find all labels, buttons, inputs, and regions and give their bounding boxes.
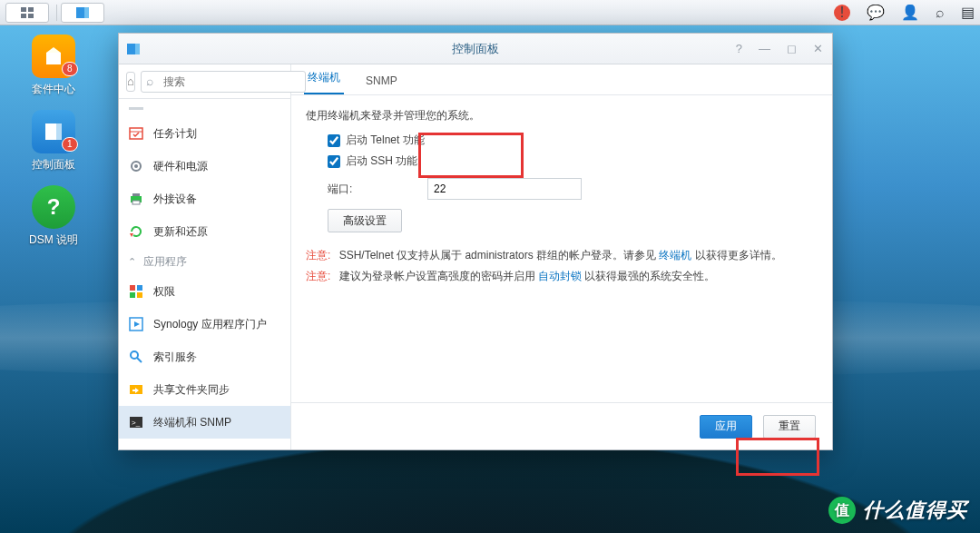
auto-block-link[interactable]: 自动封锁 xyxy=(538,270,582,282)
watermark-logo: 值 xyxy=(828,497,856,524)
sidebar-item-hardware[interactable]: 硬件和电源 xyxy=(119,150,290,183)
tray: ! 💬 👤 ⌕ ▤ xyxy=(834,4,975,21)
desktop-icon-label: DSM 说明 xyxy=(13,232,94,248)
telnet-checkbox[interactable] xyxy=(328,134,340,147)
tray-chat-icon[interactable]: 💬 xyxy=(867,4,885,21)
svg-rect-21 xyxy=(130,285,135,291)
grid-icon xyxy=(128,283,144,300)
sidebar-item-cut[interactable] xyxy=(119,99,290,117)
sidebar-item-update-restore[interactable]: 更新和还原 xyxy=(119,215,290,248)
desktop-icon-control-panel[interactable]: 1 控制面板 xyxy=(13,110,94,173)
svg-rect-23 xyxy=(130,292,135,298)
sidebar-item-label: 更新和还原 xyxy=(153,224,208,240)
ssh-row: 启动 SSH 功能 xyxy=(328,153,818,169)
sync-icon xyxy=(128,381,144,398)
search-icon xyxy=(128,349,144,365)
window-icon xyxy=(124,40,142,58)
taskbar-control-panel[interactable] xyxy=(61,3,104,23)
svg-rect-1 xyxy=(28,7,34,12)
desktop-icon-help[interactable]: ? DSM 说明 xyxy=(13,185,94,248)
tray-user-icon[interactable]: 👤 xyxy=(901,4,919,21)
tray-search-icon[interactable]: ⌕ xyxy=(936,5,945,21)
sidebar-search-row: ⌂ xyxy=(119,64,290,99)
telnet-row: 启动 Telnet 功能 xyxy=(328,133,818,148)
svg-rect-2 xyxy=(21,14,26,18)
help-icon[interactable]: ? xyxy=(732,40,746,57)
port-row: 端口: xyxy=(328,178,818,200)
sidebar-item-label: 任务计划 xyxy=(153,126,197,142)
cut-icon xyxy=(128,100,144,116)
watermark-text: 什么值得买 xyxy=(863,497,967,524)
sidebar-category-apps[interactable]: 应用程序 xyxy=(119,248,290,275)
description-text: 使用终端机来登录并管理您的系统。 xyxy=(306,108,818,123)
sidebar-item-label: 权限 xyxy=(153,284,175,300)
svg-rect-4 xyxy=(76,7,84,18)
terminal-icon: >_ xyxy=(128,414,144,430)
svg-rect-18 xyxy=(132,193,140,196)
svg-rect-0 xyxy=(21,7,26,12)
svg-marker-20 xyxy=(130,233,133,237)
sidebar-item-label: 索引服务 xyxy=(153,350,197,365)
portal-icon xyxy=(128,316,144,332)
content: 使用终端机来登录并管理您的系统。 启动 Telnet 功能 启动 SSH 功能 … xyxy=(291,95,832,402)
tab-terminal[interactable]: 终端机 xyxy=(304,64,344,94)
svg-rect-9 xyxy=(56,123,62,140)
desktop-icon-label: 控制面板 xyxy=(13,157,94,173)
tray-alert-icon[interactable]: ! xyxy=(834,5,850,21)
desktop-icon-package-center[interactable]: 8 套件中心 xyxy=(13,35,94,97)
sidebar-item-indexing[interactable]: 索引服务 xyxy=(119,341,290,373)
tab-snmp[interactable]: SNMP xyxy=(362,67,401,94)
port-input[interactable] xyxy=(427,178,582,200)
printer-icon xyxy=(128,191,144,207)
svg-rect-3 xyxy=(28,14,34,18)
svg-rect-11 xyxy=(135,44,140,54)
reset-button[interactable]: 重置 xyxy=(763,415,816,439)
watermark: 值 什么值得买 xyxy=(828,497,967,524)
apply-button[interactable]: 应用 xyxy=(700,415,752,439)
badge: 1 xyxy=(62,137,78,152)
port-label: 端口: xyxy=(328,182,418,197)
sidebar-item-label: 硬件和电源 xyxy=(153,159,208,174)
window-titlebar[interactable]: 控制面板 ? — ◻ ✕ xyxy=(119,34,832,64)
home-button[interactable]: ⌂ xyxy=(126,72,135,92)
sidebar: ⌂ 任务计划 硬件和电源 外接设备 xyxy=(119,64,291,449)
sidebar-item-terminal-snmp[interactable]: >_ 终端机和 SNMP xyxy=(119,406,290,439)
close-icon[interactable]: ✕ xyxy=(809,40,827,57)
sidebar-item-label: Synology 应用程序门户 xyxy=(153,317,267,332)
svg-text:>_: >_ xyxy=(132,419,141,427)
tabs: 终端机 SNMP xyxy=(291,64,832,95)
gear-icon xyxy=(128,158,144,174)
svg-point-16 xyxy=(134,164,138,168)
svg-rect-24 xyxy=(137,292,142,298)
maximize-icon[interactable]: ◻ xyxy=(783,40,800,57)
window-title: 控制面板 xyxy=(452,41,499,57)
note-block: 注意: SSH/Telnet 仅支持从属于 administrators 群组的… xyxy=(306,245,818,287)
ssh-checkbox[interactable] xyxy=(328,155,340,168)
desktop-icon-label: 套件中心 xyxy=(13,82,94,97)
svg-rect-5 xyxy=(84,7,89,18)
sidebar-item-label: 共享文件夹同步 xyxy=(153,382,230,398)
tray-widget-icon[interactable]: ▤ xyxy=(961,4,975,21)
sidebar-item-task-scheduler[interactable]: 任务计划 xyxy=(119,117,290,150)
sidebar-item-label: 外接设备 xyxy=(153,192,197,207)
badge: 8 xyxy=(62,62,78,76)
note-label: 注意: xyxy=(306,249,330,262)
search-input[interactable] xyxy=(141,71,306,93)
svg-point-27 xyxy=(131,351,138,359)
show-apps-button[interactable] xyxy=(5,3,49,23)
sidebar-item-external-devices[interactable]: 外接设备 xyxy=(119,183,290,215)
sidebar-item-app-portal[interactable]: Synology 应用程序门户 xyxy=(119,308,290,341)
svg-rect-22 xyxy=(137,285,142,291)
terminal-help-link[interactable]: 终端机 xyxy=(659,249,691,262)
taskbar: ! 💬 👤 ⌕ ▤ xyxy=(0,0,980,25)
advanced-settings-button[interactable]: 高级设置 xyxy=(328,209,402,232)
sidebar-item-shared-folder-sync[interactable]: 共享文件夹同步 xyxy=(119,373,290,406)
svg-rect-12 xyxy=(129,107,143,110)
svg-line-28 xyxy=(137,358,142,362)
svg-rect-8 xyxy=(45,123,56,140)
main-panel: 终端机 SNMP 使用终端机来登录并管理您的系统。 启动 Telnet 功能 启… xyxy=(291,64,832,449)
sidebar-item-privileges[interactable]: 权限 xyxy=(119,275,290,308)
refresh-icon xyxy=(128,223,144,240)
minimize-icon[interactable]: — xyxy=(755,40,774,57)
telnet-label: 启动 Telnet 功能 xyxy=(346,133,425,148)
